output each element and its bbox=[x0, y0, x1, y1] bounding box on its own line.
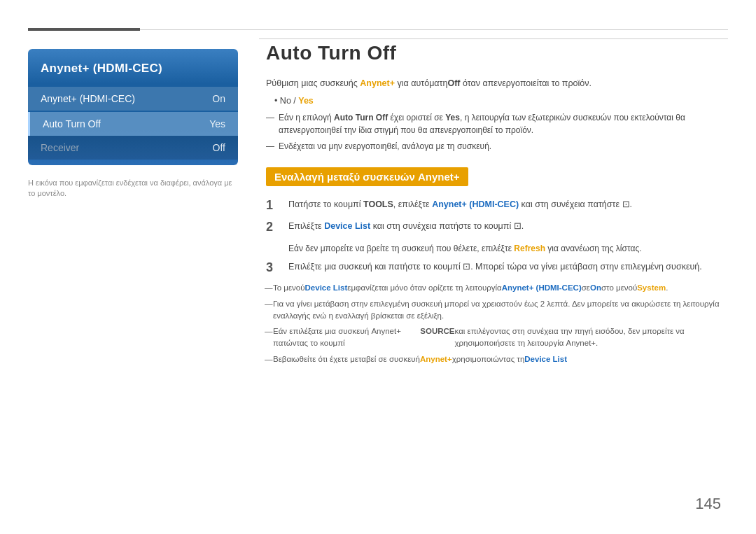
menu-title: Anynet+ (HDMI-CEC) bbox=[28, 55, 238, 85]
step-3-text: Επιλέξτε μια συσκευή και πατήστε το κουμ… bbox=[288, 260, 728, 274]
top-lines bbox=[28, 28, 728, 31]
left-panel: Anynet+ (HDMI-CEC) Anynet+ (HDMI-CEC) On… bbox=[28, 49, 238, 199]
step-3: 3 Επιλέξτε μια συσκευή και πατήστε το κο… bbox=[266, 260, 728, 276]
step-2-text: Επιλέξτε Device List και στη συνέχεια πα… bbox=[288, 220, 728, 233]
step-1-text: Πατήστε το κουμπί TOOLS, επιλέξτε Anynet… bbox=[288, 198, 728, 211]
step-3-num: 3 bbox=[266, 260, 281, 276]
menu-item-value-receiver: Off bbox=[213, 142, 225, 153]
section-heading: Εναλλαγή μεταξύ συσκευών Anynet+ bbox=[266, 167, 468, 186]
divider-line bbox=[259, 38, 728, 39]
step-2: 2 Επιλέξτε Device List και στη συνέχεια … bbox=[266, 220, 728, 235]
step-1: 1 Πατήστε το κουμπί TOOLS, επιλέξτε Anyn… bbox=[266, 198, 728, 213]
note-4: Βεβαιωθείτε ότι έχετε μεταβεί σε συσκευή… bbox=[266, 353, 728, 365]
note-2: Για να γίνει μετάβαση στην επιλεγμένη συ… bbox=[266, 298, 728, 321]
menu-item-label-autoturnoff: Auto Turn Off bbox=[43, 118, 101, 129]
bullet-no-yes: No / Yes bbox=[274, 94, 728, 108]
top-line-thick bbox=[28, 28, 140, 31]
menu-item-value-autoturnoff: Yes bbox=[209, 118, 225, 129]
intro-line: Ρύθμιση μιας συσκευής Anynet+ για αυτόμα… bbox=[266, 77, 728, 90]
menu-item-label-anynet: Anynet+ (HDMI-CEC) bbox=[41, 93, 135, 104]
right-content: Auto Turn Off Ρύθμιση μιας συσκευής Anyn… bbox=[266, 42, 728, 369]
page-number: 145 bbox=[695, 495, 721, 513]
menu-item-label-receiver: Receiver bbox=[41, 142, 79, 153]
top-line-thin bbox=[140, 29, 728, 30]
menu-box: Anynet+ (HDMI-CEC) Anynet+ (HDMI-CEC) On… bbox=[28, 49, 238, 165]
menu-item-receiver[interactable]: Receiver Off bbox=[28, 136, 238, 160]
menu-item-anynet[interactable]: Anynet+ (HDMI-CEC) On bbox=[28, 87, 238, 111]
note-3: Εάν επιλέξατε μια συσκευή Anynet+ πατώντ… bbox=[266, 325, 728, 349]
step-2-sub: Εάν δεν μπορείτε να βρείτε τη συσκευή πο… bbox=[288, 242, 728, 255]
dash-line-2: Ενδέχεται να μην ενεργοποιηθεί, ανάλογα … bbox=[272, 140, 728, 153]
menu-item-autoturnoff[interactable]: Auto Turn Off Yes bbox=[28, 112, 238, 136]
menu-note: Η εικόνα που εμφανίζεται ενδέχεται να δι… bbox=[28, 178, 238, 199]
step-1-num: 1 bbox=[266, 198, 281, 213]
menu-item-value-anynet: On bbox=[212, 93, 225, 104]
page-title: Auto Turn Off bbox=[266, 42, 728, 64]
dash-line-1: Εάν η επιλογή Auto Turn Off έχει οριστεί… bbox=[272, 111, 728, 136]
notes-section: Το μενού Device List εμφανίζεται μόνο ότ… bbox=[266, 282, 728, 365]
steps-section: 1 Πατήστε το κουμπί TOOLS, επιλέξτε Anyn… bbox=[266, 198, 728, 276]
step-2-num: 2 bbox=[266, 220, 281, 235]
note-1: Το μενού Device List εμφανίζεται μόνο ότ… bbox=[266, 282, 728, 294]
